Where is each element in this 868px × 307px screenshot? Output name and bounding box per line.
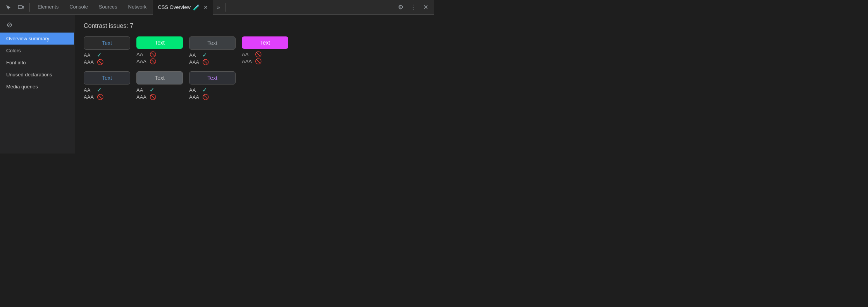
aaa-fail-icon-5: 🚫 bbox=[97, 94, 103, 100]
contrast-btn-7[interactable]: Text bbox=[189, 71, 236, 85]
aa-label-1: AA bbox=[84, 52, 95, 58]
contrast-card-2: Text AA 🚫 AAA 🚫 bbox=[136, 36, 183, 64]
aaa-fail-icon-1: 🚫 bbox=[97, 59, 103, 65]
aaa-label-3: AAA bbox=[189, 59, 200, 65]
aaa-label-1: AAA bbox=[84, 59, 95, 65]
more-tabs-icon[interactable]: » bbox=[215, 4, 222, 10]
sidebar-block-icon: ⊘ bbox=[3, 19, 16, 31]
settings-icon[interactable]: ⚙ bbox=[395, 2, 406, 13]
tab-elements[interactable]: Elements bbox=[33, 0, 63, 15]
badge-row-aa-7: AA ✓ bbox=[189, 87, 236, 93]
device-toggle-icon[interactable] bbox=[16, 2, 26, 13]
flask-icon: 🧪 bbox=[193, 4, 200, 10]
aa-label-2: AA bbox=[136, 52, 147, 57]
svg-rect-1 bbox=[22, 6, 24, 8]
close-devtools-icon[interactable]: ✕ bbox=[420, 2, 431, 13]
contrast-row-1: Text AA ✓ AAA 🚫 Text bbox=[84, 36, 425, 65]
badge-row-aaa-6: AAA 🚫 bbox=[136, 94, 183, 100]
contrast-btn-2[interactable]: Text bbox=[136, 36, 183, 49]
tab-close-icon[interactable]: ✕ bbox=[203, 4, 208, 10]
badge-row-aaa-4: AAA 🚫 bbox=[242, 58, 288, 64]
aa-label-4: AA bbox=[242, 52, 253, 57]
contrast-card-6: Text AA ✓ AAA 🚫 bbox=[136, 71, 183, 100]
sidebar-item-colors[interactable]: Colors bbox=[0, 45, 74, 57]
contrast-issues-title: Contrast issues: 7 bbox=[84, 22, 425, 29]
contrast-grid: Text AA ✓ AAA 🚫 Text bbox=[84, 36, 425, 100]
contrast-card-3: Text AA ✓ AAA 🚫 bbox=[189, 36, 236, 65]
badge-row-aa-5: AA ✓ bbox=[84, 87, 130, 93]
badge-row-aa-6: AA ✓ bbox=[136, 87, 183, 93]
contrast-btn-3[interactable]: Text bbox=[189, 36, 236, 50]
sidebar-item-unused-declarations[interactable]: Unused declarations bbox=[0, 69, 74, 81]
aaa-fail-icon-4: 🚫 bbox=[255, 58, 262, 64]
badge-row-aa-1: AA ✓ bbox=[84, 52, 130, 58]
aa-label-7: AA bbox=[189, 87, 200, 93]
aa-pass-icon-7: ✓ bbox=[202, 87, 207, 93]
contrast-card-4: Text AA 🚫 AAA 🚫 bbox=[242, 36, 288, 64]
tab-console[interactable]: Console bbox=[65, 0, 93, 15]
sidebar-item-overview-summary[interactable]: Overview summary bbox=[0, 33, 74, 45]
aa-pass-icon-1: ✓ bbox=[97, 52, 102, 58]
aaa-fail-icon-7: 🚫 bbox=[202, 94, 209, 100]
badge-row-aaa-5: AAA 🚫 bbox=[84, 94, 130, 100]
badge-row-aaa-2: AAA 🚫 bbox=[136, 58, 183, 64]
tab-sources[interactable]: Sources bbox=[94, 0, 122, 15]
aa-label-3: AA bbox=[189, 52, 200, 58]
contrast-card-1: Text AA ✓ AAA 🚫 bbox=[84, 36, 130, 65]
aa-label-5: AA bbox=[84, 87, 95, 93]
aa-label-6: AA bbox=[136, 87, 147, 93]
tab-network[interactable]: Network bbox=[124, 0, 152, 15]
contrast-card-5: Text AA ✓ AAA 🚫 bbox=[84, 71, 130, 100]
content-area: Contrast issues: 7 Text AA ✓ AAA 🚫 bbox=[74, 15, 434, 154]
badge-row-aa-2: AA 🚫 bbox=[136, 51, 183, 57]
aa-fail-icon-4: 🚫 bbox=[255, 51, 262, 57]
contrast-badges-5: AA ✓ AAA 🚫 bbox=[84, 87, 130, 100]
aaa-fail-icon-2: 🚫 bbox=[150, 58, 156, 64]
aa-fail-icon-2: 🚫 bbox=[150, 51, 156, 57]
aa-pass-icon-6: ✓ bbox=[150, 87, 154, 93]
aaa-fail-icon-6: 🚫 bbox=[150, 94, 156, 100]
aaa-fail-icon-3: 🚫 bbox=[202, 59, 209, 65]
aaa-label-6: AAA bbox=[136, 94, 147, 100]
svg-rect-0 bbox=[18, 5, 22, 9]
aa-pass-icon-3: ✓ bbox=[202, 52, 207, 58]
contrast-btn-5[interactable]: Text bbox=[84, 71, 130, 85]
badge-row-aaa-1: AAA 🚫 bbox=[84, 59, 130, 65]
aa-pass-icon-5: ✓ bbox=[97, 87, 102, 93]
badge-row-aa-4: AA 🚫 bbox=[242, 51, 288, 57]
cursor-tool-icon[interactable] bbox=[3, 2, 14, 13]
toolbar-right-actions: ⚙ ⋮ ✕ bbox=[395, 2, 431, 13]
contrast-btn-6[interactable]: Text bbox=[136, 71, 183, 85]
aaa-label-5: AAA bbox=[84, 94, 95, 100]
sidebar-item-font-info[interactable]: Font info bbox=[0, 57, 74, 69]
contrast-row-2: Text AA ✓ AAA 🚫 Text bbox=[84, 71, 425, 100]
contrast-btn-1[interactable]: Text bbox=[84, 36, 130, 50]
contrast-btn-4[interactable]: Text bbox=[242, 36, 288, 49]
contrast-badges-6: AA ✓ AAA 🚫 bbox=[136, 87, 183, 100]
aaa-label-4: AAA bbox=[242, 59, 253, 64]
badge-row-aa-3: AA ✓ bbox=[189, 52, 236, 58]
toolbar-divider-1 bbox=[29, 3, 30, 12]
contrast-badges-4: AA 🚫 AAA 🚫 bbox=[242, 51, 288, 64]
contrast-badges-3: AA ✓ AAA 🚫 bbox=[189, 52, 236, 65]
toolbar-divider-2 bbox=[226, 3, 226, 12]
tab-css-overview-label: CSS Overview bbox=[158, 4, 191, 10]
contrast-badges-1: AA ✓ AAA 🚫 bbox=[84, 52, 130, 65]
devtools-toolbar: Elements Console Sources Network CSS Ove… bbox=[0, 0, 434, 15]
aaa-label-2: AAA bbox=[136, 59, 147, 64]
contrast-badges-2: AA 🚫 AAA 🚫 bbox=[136, 51, 183, 64]
tab-css-overview[interactable]: CSS Overview 🧪 ✕ bbox=[153, 0, 213, 15]
main-layout: ⊘ Overview summary Colors Font info Unus… bbox=[0, 15, 434, 154]
badge-row-aaa-7: AAA 🚫 bbox=[189, 94, 236, 100]
badge-row-aaa-3: AAA 🚫 bbox=[189, 59, 236, 65]
sidebar-item-media-queries[interactable]: Media queries bbox=[0, 81, 74, 93]
contrast-badges-7: AA ✓ AAA 🚫 bbox=[189, 87, 236, 100]
aaa-label-7: AAA bbox=[189, 94, 200, 100]
more-options-icon[interactable]: ⋮ bbox=[408, 2, 418, 13]
sidebar: ⊘ Overview summary Colors Font info Unus… bbox=[0, 15, 74, 154]
contrast-card-7: Text AA ✓ AAA 🚫 bbox=[189, 71, 236, 100]
